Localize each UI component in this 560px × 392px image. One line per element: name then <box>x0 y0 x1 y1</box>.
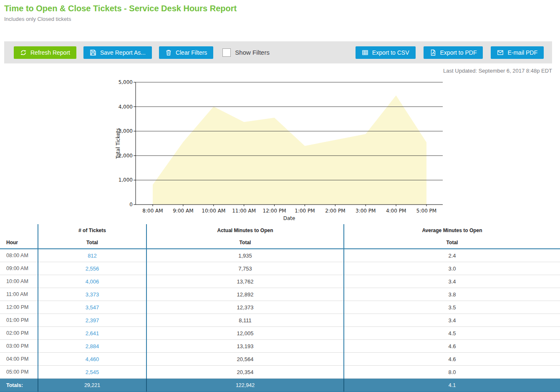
x-axis-title: Date <box>283 215 295 221</box>
average-minutes-cell: 3.0 <box>344 262 560 275</box>
actual-minutes-cell: 13,193 <box>146 340 344 353</box>
column-header-tickets-total: Total <box>38 237 146 249</box>
actual-minutes-cell: 12,005 <box>146 327 344 340</box>
x-tick-label: 10:00 AM <box>202 208 225 214</box>
average-minutes-cell: 3.8 <box>344 288 560 301</box>
save-report-as-label: Save Report As... <box>100 49 146 56</box>
chart-canvas: 01,0002,0003,0004,0005,0008:00 AM9:00 AM… <box>0 76 560 225</box>
average-minutes-cell: 4.6 <box>344 340 560 353</box>
hour-cell: 08:00 AM <box>0 249 38 262</box>
refresh-report-label: Refresh Report <box>30 49 70 56</box>
hour-cell: 05:00 PM <box>0 366 38 379</box>
export-to-pdf-button[interactable]: Export to PDF <box>424 46 483 59</box>
table-row: 01:00 PM2,3978,1113.4 <box>0 314 560 327</box>
table-row: 11:00 AM3,37312,8923.8 <box>0 288 560 301</box>
refresh-report-button[interactable]: Refresh Report <box>14 46 76 59</box>
export-to-csv-button[interactable]: Export to CSV <box>356 46 416 59</box>
actual-minutes-cell: 20,354 <box>146 366 344 379</box>
tickets-count-link[interactable]: 3,547 <box>86 304 99 311</box>
hour-cell: 01:00 PM <box>0 314 38 327</box>
tickets-count-link[interactable]: 2,397 <box>86 317 99 324</box>
clear-filters-label: Clear Filters <box>176 49 207 56</box>
show-filters-label: Show Filters <box>235 49 270 56</box>
tickets-cell: 2,884 <box>38 340 146 353</box>
x-tick-label: 11:00 AM <box>232 208 256 214</box>
x-tick-label: 12:00 PM <box>263 208 286 214</box>
tickets-count-link[interactable]: 4,006 <box>86 278 99 285</box>
tickets-cell: 2,556 <box>38 262 146 275</box>
totals-label: Totals: <box>0 379 38 392</box>
tickets-count-link[interactable]: 3,373 <box>86 291 99 298</box>
table-row: 08:00 AM8121,9352.4 <box>0 249 560 262</box>
page-subtitle: Includes only Closed tickets <box>4 16 237 22</box>
envelope-icon <box>497 49 504 56</box>
show-filters-control: Show Filters <box>222 48 270 57</box>
table-row: 03:00 PM2,88413,1934.6 <box>0 340 560 353</box>
actual-minutes-cell: 20,564 <box>146 353 344 366</box>
tickets-count-link[interactable]: 2,545 <box>86 369 99 375</box>
trash-icon <box>165 49 172 56</box>
average-minutes-cell: 3.4 <box>344 275 560 288</box>
actual-minutes-cell: 1,935 <box>146 249 344 262</box>
totals-actual-value: 122,942 <box>146 379 344 392</box>
table-row: 02:00 PM2,64112,0054.5 <box>0 327 560 340</box>
toolbar-right-group: Export to CSV Export to PDF <box>356 46 544 59</box>
table-row: 09:00 AM2,5567,7533.0 <box>0 262 560 275</box>
email-pdf-label: E-mail PDF <box>507 49 537 56</box>
tickets-cell: 2,641 <box>38 327 146 340</box>
toolbar: Refresh Report Save Report As... <box>4 41 552 63</box>
hour-cell: 04:00 PM <box>0 353 38 366</box>
x-tick-label: 9:00 AM <box>173 208 193 214</box>
email-pdf-button[interactable]: E-mail PDF <box>491 46 544 59</box>
tickets-count-link[interactable]: 812 <box>88 253 97 259</box>
tickets-cell: 4,006 <box>38 275 146 288</box>
group-header-empty <box>0 224 38 237</box>
tickets-count-link[interactable]: 2,884 <box>86 343 99 349</box>
x-tick-label: 5:00 PM <box>416 208 436 214</box>
y-tick-label: 0 <box>129 202 133 207</box>
export-to-pdf-label: Export to PDF <box>440 49 477 56</box>
tickets-count-link[interactable]: 2,556 <box>86 266 99 272</box>
actual-minutes-cell: 12,892 <box>146 288 344 301</box>
column-header-hour: Hour <box>0 237 38 249</box>
save-report-as-button[interactable]: Save Report As... <box>83 46 152 59</box>
show-filters-checkbox[interactable] <box>222 48 231 57</box>
group-header-average-minutes: Average Minutes to Open <box>344 224 560 237</box>
actual-minutes-cell: 7,753 <box>146 262 344 275</box>
y-tick-label: 1,000 <box>119 177 133 183</box>
page-title: Time to Open & Close Tickets - Service D… <box>4 4 237 13</box>
y-tick-label: 5,000 <box>119 79 133 85</box>
x-tick-label: 1:00 PM <box>295 208 315 214</box>
sub-header-row: Hour Total Total Total <box>0 237 560 249</box>
export-to-csv-label: Export to CSV <box>372 49 409 56</box>
toolbar-left-group: Refresh Report Save Report As... <box>14 46 270 59</box>
hour-cell: 09:00 AM <box>0 262 38 275</box>
table-body: 08:00 AM8121,9352.409:00 AM2,5567,7533.0… <box>0 249 560 379</box>
x-tick-label: 4:00 PM <box>386 208 406 214</box>
tickets-count-link[interactable]: 2,641 <box>86 330 99 336</box>
actual-minutes-cell: 12,373 <box>146 301 344 314</box>
table-header: # of Tickets Actual Minutes to Open Aver… <box>0 224 560 249</box>
tickets-cell: 4,460 <box>38 353 146 366</box>
tickets-cell: 3,547 <box>38 301 146 314</box>
y-tick-label: 4,000 <box>119 104 133 110</box>
clear-filters-button[interactable]: Clear Filters <box>159 46 213 59</box>
save-icon <box>90 49 96 56</box>
totals-row: Totals: 29,221 122,942 4.1 <box>0 379 560 392</box>
hour-cell: 10:00 AM <box>0 275 38 288</box>
tickets-cell: 2,397 <box>38 314 146 327</box>
actual-minutes-cell: 13,762 <box>146 275 344 288</box>
x-tick-label: 8:00 AM <box>142 208 163 214</box>
hour-cell: 02:00 PM <box>0 327 38 340</box>
area-series <box>153 96 426 205</box>
table-row: 05:00 PM2,54520,3548.0 <box>0 366 560 379</box>
hour-cell: 03:00 PM <box>0 340 38 353</box>
group-header-actual-minutes: Actual Minutes to Open <box>146 224 344 237</box>
pdf-file-icon <box>430 49 436 56</box>
hour-cell: 11:00 AM <box>0 288 38 301</box>
tickets-count-link[interactable]: 4,460 <box>86 356 99 362</box>
hours-table: # of Tickets Actual Minutes to Open Aver… <box>0 224 560 392</box>
average-minutes-cell: 3.5 <box>344 301 560 314</box>
table-footer: Totals: 29,221 122,942 4.1 <box>0 379 560 392</box>
average-minutes-cell: 4.6 <box>344 353 560 366</box>
